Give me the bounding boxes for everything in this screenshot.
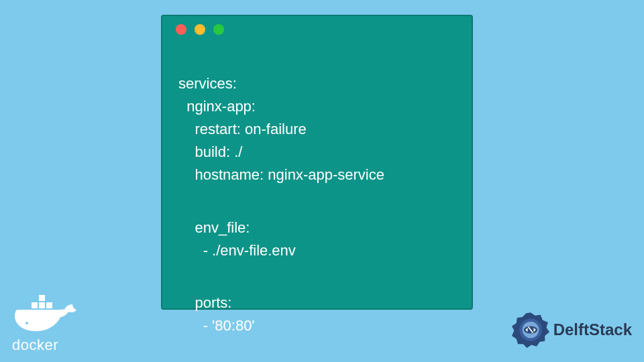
code-line: hostname: nginx-app-service — [178, 166, 384, 183]
code-window: services: nginx-app: restart: on-failure… — [161, 15, 473, 310]
svg-rect-7 — [39, 295, 45, 301]
docker-label: docker — [12, 337, 86, 354]
window-titlebar — [162, 16, 472, 43]
code-line: ports: — [178, 294, 231, 311]
code-line: services: — [178, 75, 237, 92]
docker-whale-icon — [12, 292, 79, 333]
svg-rect-6 — [46, 302, 52, 308]
code-line: restart: on-failure — [178, 121, 307, 137]
svg-point-8 — [25, 322, 28, 324]
code-line: build: ./ — [178, 143, 242, 160]
gear-icon — [512, 311, 549, 349]
delftstack-logo: DelftStack — [512, 311, 632, 349]
code-line: - ./env-file.env — [178, 242, 296, 259]
svg-rect-4 — [32, 302, 38, 308]
close-icon[interactable] — [176, 24, 186, 35]
code-line: env_file: — [178, 219, 250, 236]
code-line: nginx-app: — [178, 98, 256, 115]
svg-rect-5 — [39, 302, 45, 308]
code-content: services: nginx-app: restart: on-failure… — [162, 43, 472, 362]
delftstack-label: DelftStack — [553, 320, 632, 339]
docker-logo: docker — [12, 292, 86, 354]
minimize-icon[interactable] — [195, 24, 205, 35]
code-line: - '80:80' — [178, 317, 255, 334]
maximize-icon[interactable] — [213, 24, 224, 35]
